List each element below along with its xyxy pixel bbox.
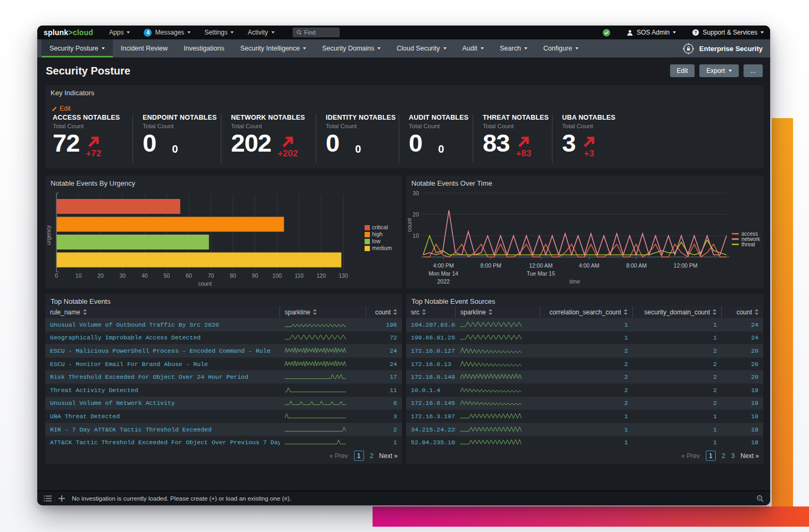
column-header-correlation_search_count[interactable]: correlation_search_count: [540, 306, 633, 318]
table-row: 172.16.0.132220: [406, 358, 763, 371]
nav-tab-security-posture[interactable]: Security Posture: [42, 39, 113, 57]
sparkline-cell: [280, 412, 366, 421]
table-header-row: srcsparklinecorrelation_search_countsecu…: [406, 306, 763, 318]
cell-rule_name[interactable]: Risk Threshold Exceeded For Object Over …: [45, 373, 280, 380]
cell-src[interactable]: 34.215.24.225: [406, 426, 456, 433]
cell-rule_name[interactable]: RIR - 7 Day ATT&CK Tactic Threshold Exce…: [45, 426, 280, 433]
overtime-line-chart[interactable]: 1020304:00 PMMon Mar 1420228:00 PM12:00 …: [406, 176, 763, 288]
svg-text:100: 100: [273, 272, 282, 279]
kpi-label: AUDIT NOTABLES: [409, 114, 465, 121]
nav-tab-configure[interactable]: Configure: [535, 39, 587, 57]
edit-button[interactable]: Edit: [670, 64, 695, 77]
bar-low[interactable]: [57, 235, 209, 250]
cell-count: 24: [366, 361, 402, 368]
topbar-menu-apps[interactable]: Apps: [109, 29, 130, 36]
column-header-rule_name[interactable]: rule_name: [45, 306, 280, 318]
sparkline: [460, 412, 522, 419]
kpi-delta-up: +83: [516, 136, 531, 158]
svg-text:low: low: [372, 238, 381, 244]
cell-rule_name[interactable]: ATT&CK Tactic Threshold Exceeded For Obj…: [45, 439, 280, 446]
topbar-menu-messages[interactable]: 4Messages: [144, 29, 191, 37]
svg-text:60: 60: [186, 272, 192, 279]
sparkline: [460, 346, 522, 354]
key-indicators-edit-link[interactable]: Edit: [52, 105, 71, 112]
pagination-page-1[interactable]: 1: [354, 451, 364, 461]
pagination-page-2[interactable]: 2: [370, 452, 374, 460]
svg-text:10: 10: [76, 272, 82, 279]
table-row: ATT&CK Tactic Threshold Exceeded For Obj…: [45, 436, 402, 449]
pagination-page-3[interactable]: 3: [731, 452, 735, 460]
cell-src[interactable]: 104.207.83.63: [406, 321, 456, 328]
chevron-down-icon: [303, 47, 306, 49]
column-header-sparkline[interactable]: sparkline: [456, 306, 540, 318]
sparkline-cell: [280, 425, 366, 434]
svg-text:4:00 PM: 4:00 PM: [433, 262, 454, 269]
status-check-icon[interactable]: [602, 29, 610, 37]
nav-tab-security-intelligence[interactable]: Security Intelligence: [232, 39, 314, 57]
cell-rule_name[interactable]: UBA Threat Detected: [45, 413, 280, 420]
bar-medium[interactable]: [57, 253, 342, 268]
nav-tab-security-domains[interactable]: Security Domains: [314, 39, 389, 57]
cell-src[interactable]: 172.16.0.127: [406, 347, 456, 354]
svg-text:50: 50: [163, 272, 170, 279]
column-header-security_domain_count[interactable]: security_domain_count: [633, 306, 722, 318]
cell-rule_name[interactable]: Unusual Volume of Outbound Traffic By Sr…: [45, 321, 280, 328]
column-header-count[interactable]: count: [722, 306, 763, 318]
cell-rule_name[interactable]: Threat Activity Detected: [45, 387, 280, 394]
column-header-count[interactable]: count: [366, 306, 402, 318]
column-header-src[interactable]: src: [406, 306, 456, 318]
cell-src[interactable]: 172.16.0.145: [406, 400, 456, 406]
nav-tab-cloud-security[interactable]: Cloud Security: [389, 39, 454, 57]
cell-rule_name[interactable]: ESCU - Monitor Email For Brand Abuse - R…: [45, 361, 280, 368]
bar-high[interactable]: [57, 217, 284, 232]
sparkline-cell: [280, 346, 366, 355]
nav-tab-search[interactable]: Search: [492, 39, 535, 57]
splunk-cloud-logo[interactable]: splunk>cloud: [44, 28, 93, 37]
pagination-page-1[interactable]: 1: [706, 451, 716, 461]
find-input[interactable]: Find: [293, 28, 340, 37]
cell-rule_name[interactable]: Geographically Improbable Access Detecte…: [45, 334, 280, 341]
pagination-page-2[interactable]: 2: [722, 452, 725, 460]
svg-text:2022: 2022: [437, 278, 450, 285]
kpi-uba-notables: UBA NOTABLESTotal Count3+3: [552, 114, 642, 163]
nav-tab-investigations[interactable]: Investigations: [176, 39, 232, 57]
sparkline: [460, 360, 522, 367]
user-menu[interactable]: SOS Admin: [626, 29, 676, 36]
topbar-menu-settings[interactable]: Settings: [204, 29, 234, 36]
cell-src[interactable]: 10.0.1.4: [406, 387, 456, 394]
kpi-value: 0: [409, 131, 422, 154]
nav-tab-audit[interactable]: Audit: [455, 39, 492, 57]
cell-rule_name[interactable]: ESCU - Malicious PowerShell Process - En…: [45, 347, 280, 354]
support-menu[interactable]: ? Support & Services: [692, 29, 764, 36]
cell-count: 17: [366, 373, 402, 380]
cell-security_domain_count: 2: [633, 347, 722, 354]
cell-src[interactable]: 172.16.0.149: [406, 373, 456, 380]
urgency-bar-chart[interactable]: 0102030405060708090100110120130counturge…: [45, 176, 402, 288]
cell-security_domain_count: 1: [633, 439, 722, 446]
more-button[interactable]: ...: [744, 64, 763, 77]
table-row: 10.0.1.42219: [406, 384, 763, 397]
create-investigation-icon[interactable]: [59, 495, 65, 502]
pagination-prev[interactable]: « Prev: [329, 452, 348, 460]
cell-rule_name[interactable]: Unusual Volume of Network Activity: [45, 400, 280, 406]
cell-src[interactable]: 52.84.235.102: [406, 439, 456, 446]
nav-tab-incident-review[interactable]: Incident Review: [113, 39, 176, 57]
investigation-list-icon[interactable]: [44, 495, 52, 502]
topbar-menu-activity[interactable]: Activity: [247, 29, 274, 36]
cell-src[interactable]: 199.66.91.253: [406, 334, 456, 341]
table-row: 104.207.83.631124: [406, 318, 763, 331]
table-row: RIR - 7 Day ATT&CK Tactic Threshold Exce…: [45, 423, 402, 436]
pagination-prev[interactable]: « Prev: [681, 452, 700, 460]
column-header-sparkline[interactable]: sparkline: [280, 306, 366, 318]
cell-src[interactable]: 172.16.0.13: [406, 361, 456, 368]
messages-count-badge: 4: [144, 29, 152, 37]
cell-src[interactable]: 172.16.3.197: [406, 413, 456, 420]
sparkline-cell: [456, 425, 540, 434]
export-button[interactable]: Export: [699, 64, 739, 77]
pagination-next[interactable]: Next »: [740, 452, 759, 460]
pagination-next[interactable]: Next »: [379, 452, 398, 460]
table-row: 34.215.24.2251118: [406, 423, 763, 436]
series-network[interactable]: [423, 210, 727, 255]
zoom-search-icon[interactable]: [756, 495, 764, 502]
bar-critical[interactable]: [57, 199, 180, 214]
